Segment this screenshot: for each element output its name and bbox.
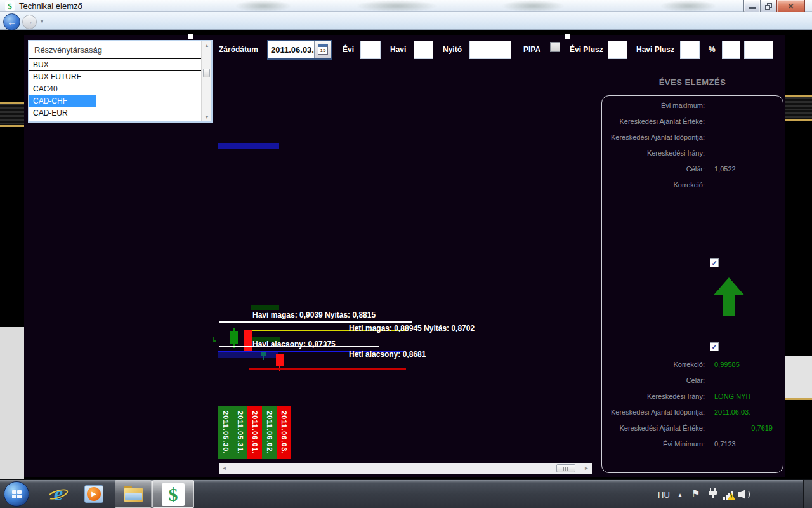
taskbar-item-explorer[interactable] bbox=[115, 480, 152, 508]
tray-expand-icon[interactable]: ▲ bbox=[678, 492, 683, 498]
restore-icon bbox=[765, 5, 770, 10]
scrollbar-thumb[interactable] bbox=[203, 69, 210, 77]
scroll-up-icon[interactable]: ▲ bbox=[202, 43, 212, 48]
power-plug-icon[interactable] bbox=[707, 488, 719, 500]
evi-input[interactable] bbox=[360, 41, 381, 59]
desktop-wallpaper-stripe bbox=[785, 95, 812, 121]
checkbox-checked[interactable]: ✓ bbox=[710, 258, 719, 267]
taskbar-item-ie[interactable]: e bbox=[44, 481, 72, 507]
window-artifact bbox=[188, 34, 193, 39]
start-button[interactable] bbox=[4, 481, 29, 507]
percent-label: % bbox=[709, 45, 716, 54]
stock-list-header: Részvénytársaság bbox=[34, 45, 102, 55]
annual-row: Korrekció:0,99585 bbox=[608, 361, 779, 371]
desktop-wallpaper-patch bbox=[0, 327, 24, 479]
annual-row: Kereskedési Irány: bbox=[608, 149, 779, 159]
date-column: 2011.05.30. bbox=[218, 406, 233, 459]
show-desktop-button[interactable] bbox=[803, 480, 812, 508]
percent-input-2[interactable] bbox=[744, 41, 773, 59]
annual-row: Kereskedési Ajánlat Időpontja: bbox=[608, 133, 779, 144]
list-item[interactable]: CAD-HUF bbox=[29, 119, 201, 123]
havi-plusz-label: Havi Plusz bbox=[636, 45, 674, 54]
back-button[interactable]: ← bbox=[3, 13, 20, 30]
date-input[interactable] bbox=[268, 41, 314, 58]
evi-plusz-label: Évi Plusz bbox=[570, 45, 603, 54]
speaker-icon[interactable] bbox=[738, 488, 751, 500]
annual-row: Célár: bbox=[608, 377, 779, 387]
evi-label: Évi bbox=[343, 45, 354, 54]
calendar-icon: 15 bbox=[318, 44, 328, 55]
scroll-right-icon[interactable]: ► bbox=[581, 463, 592, 474]
scroll-left-icon[interactable]: ◄ bbox=[219, 463, 230, 474]
desktop-wallpaper-patch bbox=[785, 356, 812, 398]
nyito-input[interactable] bbox=[469, 41, 511, 59]
app-icon: $ bbox=[5, 1, 15, 11]
checkbox-checked[interactable]: ✓ bbox=[710, 342, 719, 351]
havi-plusz-input[interactable] bbox=[680, 41, 700, 59]
heti-alacsony-label: Heti alacsony: 0,8681 bbox=[349, 350, 426, 359]
annual-row: Kereskedési Ajánlat Értéke:0,7619 bbox=[608, 424, 779, 434]
network-icon[interactable]: ! bbox=[723, 488, 736, 500]
folder-icon bbox=[125, 493, 142, 500]
action-center-flag-icon[interactable]: ⚑ bbox=[691, 488, 700, 499]
chart-blue-bar bbox=[218, 143, 279, 149]
scrollbar-thumb[interactable] bbox=[556, 464, 575, 472]
pipa-checkbox[interactable] bbox=[550, 42, 560, 52]
chart-edge-mark bbox=[213, 340, 216, 342]
evi-plusz-input[interactable] bbox=[608, 41, 627, 59]
havi-magas-line bbox=[219, 321, 412, 323]
nyito-label: Nyitó bbox=[443, 45, 462, 54]
taskbar-item-wmp[interactable]: ▶ bbox=[80, 481, 108, 507]
havi-input[interactable] bbox=[414, 41, 433, 59]
date-column: 2011.06.02. bbox=[262, 406, 277, 459]
calendar-button[interactable]: 15 bbox=[314, 41, 331, 58]
minimize-button[interactable] bbox=[743, 0, 761, 13]
titlebar[interactable]: $ Technikai elemző ✕ bbox=[0, 0, 812, 12]
list-item-selected[interactable]: CAD-CHF bbox=[29, 95, 201, 107]
chart-dark-green-bar bbox=[251, 305, 279, 310]
wmp-icon: ▶ bbox=[84, 485, 103, 503]
annual-row: Évi Minimum:0,7123 bbox=[608, 440, 779, 450]
nav-toolbar bbox=[0, 12, 812, 30]
candle-wick-teal bbox=[263, 356, 264, 360]
date-column: 2011.06.01. bbox=[247, 406, 262, 459]
date-column: 2011.06.03. bbox=[277, 406, 291, 459]
date-picker[interactable]: 15 bbox=[267, 40, 332, 60]
annual-panel-title: ÉVES ELEMZÉS bbox=[601, 77, 783, 87]
havi-label: Havi bbox=[390, 45, 406, 54]
annual-row: Korrekció: bbox=[608, 181, 779, 191]
restore-button[interactable] bbox=[760, 0, 777, 13]
list-item[interactable]: CAD-EUR bbox=[29, 107, 201, 119]
language-indicator[interactable]: HU bbox=[658, 490, 670, 500]
list-column-divider bbox=[96, 40, 96, 123]
candle-body-red bbox=[276, 354, 284, 366]
zarodatum-label: Záródátum bbox=[219, 45, 258, 54]
thumb-grip bbox=[565, 467, 566, 471]
titlebar-glass-blur bbox=[355, 0, 438, 12]
percent-input-1[interactable] bbox=[722, 41, 740, 59]
list-item[interactable]: CAC40 bbox=[29, 83, 201, 95]
close-button[interactable]: ✕ bbox=[776, 0, 805, 13]
candle-body-green bbox=[230, 331, 238, 344]
chart-navy-band bbox=[218, 352, 278, 358]
annual-row: Kereskedési Ajánlat Értéke: bbox=[608, 117, 779, 128]
scroll-down-icon[interactable]: ▼ bbox=[202, 115, 212, 119]
nav-dropdown-icon[interactable]: ▼ bbox=[39, 18, 44, 24]
titlebar-glass-blur bbox=[235, 0, 292, 12]
windows-logo-icon bbox=[12, 490, 22, 498]
forward-button[interactable]: → bbox=[22, 15, 37, 29]
thumb-grip bbox=[567, 467, 568, 471]
thumb-grip bbox=[563, 467, 564, 471]
list-scrollbar[interactable]: ▲ ▼ bbox=[201, 41, 211, 121]
annual-row: Kereskedési Ajánlat Időpontja:2011.06.03… bbox=[608, 408, 779, 418]
list-item[interactable]: BUX bbox=[29, 58, 201, 70]
chart-scrollbar[interactable]: ◄ ► bbox=[219, 463, 592, 474]
taskbar-item-app[interactable]: $ bbox=[152, 480, 194, 508]
support-line bbox=[249, 368, 406, 370]
list-item[interactable]: BUX FUTURE bbox=[29, 70, 201, 83]
play-icon: ▶ bbox=[87, 487, 101, 501]
window-title: Technikai elemző bbox=[19, 1, 82, 11]
minimize-icon bbox=[749, 7, 756, 9]
chart-date-axis: 2011.05.30. 2011.05.31. 2011.06.01. 2011… bbox=[218, 406, 291, 459]
dollar-icon: $ bbox=[162, 483, 185, 506]
